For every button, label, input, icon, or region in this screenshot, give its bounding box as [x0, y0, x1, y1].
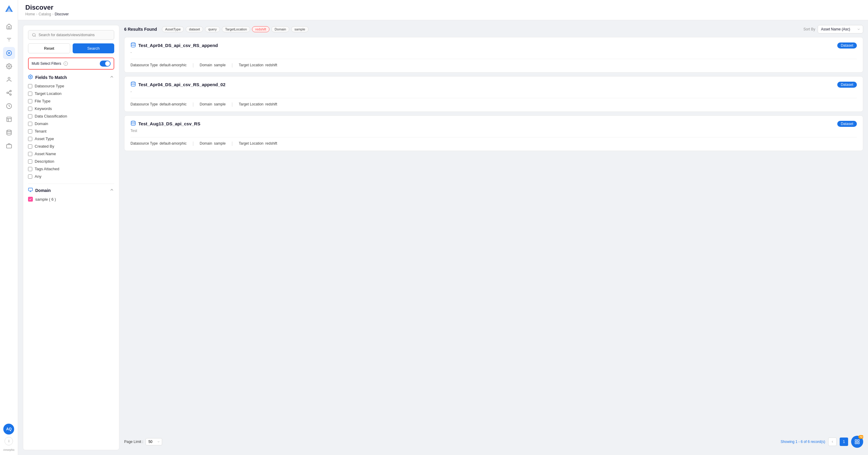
- card-3-meta: Datasource Type default-amorphic | Domai…: [130, 141, 857, 146]
- filter-tag-dataset[interactable]: dataset: [186, 26, 203, 32]
- notification-bubble[interactable]: 72: [851, 436, 863, 448]
- sidebar-user-icon[interactable]: [3, 73, 15, 86]
- brand-label: Amorphic: [3, 448, 14, 451]
- field-target-location: Target Location: [28, 91, 114, 96]
- card-1-meta: Datasource Type default-amorphic | Domai…: [130, 63, 857, 67]
- card-2-dataset-icon: [130, 82, 136, 88]
- field-any-checkbox[interactable]: [28, 174, 32, 179]
- sidebar-connections-icon[interactable]: [3, 87, 15, 99]
- card-3-datasource-key: Datasource Type: [130, 141, 158, 145]
- sidebar-discover-icon[interactable]: [3, 47, 15, 59]
- field-file-type-checkbox[interactable]: [28, 99, 32, 103]
- field-tenant-label: Tenant: [35, 129, 46, 133]
- svg-point-3: [6, 51, 11, 56]
- breadcrumb-home[interactable]: Home: [25, 12, 35, 16]
- field-tenant-checkbox[interactable]: [28, 129, 32, 133]
- card-3-sep-1: |: [193, 141, 194, 146]
- search-button[interactable]: Search: [73, 43, 114, 53]
- info-icon[interactable]: i: [4, 437, 13, 445]
- card-3-badge: Dataset: [837, 121, 857, 127]
- card-3-target-key: Target Location: [239, 141, 264, 145]
- filter-tag-query[interactable]: query: [205, 26, 220, 32]
- fields-checkbox-list: Datasource Type Target Location File Typ…: [28, 84, 114, 179]
- filter-tag-assettype[interactable]: AssetType: [162, 26, 184, 32]
- card-3-domain: Domain sample: [200, 141, 226, 145]
- breadcrumb-catalog[interactable]: Catalog: [38, 12, 51, 16]
- field-datasource-type: Datasource Type: [28, 84, 114, 88]
- card-1-title[interactable]: Test_Apr04_DS_api_csv_RS_append: [138, 43, 218, 48]
- filter-divider: [28, 184, 114, 184]
- card-1-target-location: Target Location redshift: [239, 63, 277, 67]
- multi-select-info-icon[interactable]: i: [64, 62, 68, 66]
- svg-line-11: [8, 91, 10, 92]
- field-domain: Domain: [28, 122, 114, 126]
- showing-text: Showing 1 - 6 of 6 record(s): [781, 440, 825, 444]
- svg-point-8: [7, 92, 8, 94]
- field-asset-type-checkbox[interactable]: [28, 137, 32, 141]
- field-domain-checkbox[interactable]: [28, 122, 32, 126]
- current-page-number: 1: [840, 437, 848, 446]
- card-2-datasource-key: Datasource Type: [130, 102, 158, 106]
- sidebar-history-icon[interactable]: [3, 100, 15, 112]
- field-any-label: Any: [35, 174, 41, 179]
- icon-sidebar: AQ i Amorphic: [0, 0, 18, 455]
- sidebar-reports-icon[interactable]: [3, 113, 15, 125]
- page-prev-button[interactable]: [828, 437, 837, 446]
- svg-point-26: [131, 121, 135, 123]
- field-tags-attached-checkbox[interactable]: [28, 167, 32, 171]
- page-limit-select[interactable]: 10 25 50 100: [146, 438, 162, 445]
- svg-rect-29: [855, 442, 857, 444]
- reset-button[interactable]: Reset: [28, 43, 70, 53]
- card-2-target-value: redshift: [265, 102, 277, 106]
- domain-section-header[interactable]: Domain: [28, 188, 114, 193]
- sidebar-filter-icon[interactable]: [3, 34, 15, 46]
- card-3-title[interactable]: Test_Aug13_DS_api_csv_RS: [138, 121, 200, 126]
- field-asset-name-checkbox[interactable]: [28, 152, 32, 156]
- svg-point-4: [8, 53, 10, 54]
- card-3-target-location: Target Location redshift: [239, 141, 277, 145]
- card-1-sep-1: |: [193, 63, 194, 67]
- filter-tag-targetlocation[interactable]: TargetLocation: [222, 26, 250, 32]
- logo[interactable]: [3, 4, 15, 16]
- field-target-location-checkbox[interactable]: [28, 92, 32, 96]
- card-2-title[interactable]: Test_Apr04_DS_api_csv_RS_append_02: [138, 82, 225, 87]
- filter-search-bar[interactable]: [28, 30, 114, 40]
- filter-tag-domain[interactable]: Domain: [271, 26, 289, 32]
- filter-search-input[interactable]: [38, 33, 110, 37]
- filter-tag-sample[interactable]: sample: [291, 26, 308, 32]
- sort-section: Sort By Asset Name (Asc) Asset Name (Des…: [804, 25, 863, 33]
- sidebar-data-icon[interactable]: [3, 127, 15, 139]
- domain-sample-item: sample ( 6 ): [28, 197, 114, 202]
- sidebar-settings-icon[interactable]: [3, 60, 15, 72]
- sidebar-home-icon[interactable]: [3, 21, 15, 33]
- filter-tag-redshift[interactable]: redshift: [252, 26, 270, 32]
- sidebar-storage-icon[interactable]: [3, 140, 15, 152]
- field-domain-label: Domain: [35, 122, 48, 126]
- top-header: Discover Home › Catalog › Discover: [18, 0, 868, 20]
- field-keywords-checkbox[interactable]: [28, 107, 32, 111]
- content-body: Reset Search Multi Select Filters i Fiel…: [18, 20, 868, 455]
- fields-chevron-icon: [110, 74, 114, 80]
- card-1-domain-value: sample: [214, 63, 226, 67]
- field-keywords-label: Keywords: [35, 106, 52, 111]
- field-created-by-label: Created By: [35, 144, 54, 149]
- field-description-checkbox[interactable]: [28, 159, 32, 164]
- svg-point-25: [131, 82, 135, 84]
- card-3-dataset-icon: [130, 121, 136, 127]
- field-target-location-label: Target Location: [35, 91, 61, 96]
- user-avatar[interactable]: AQ: [3, 424, 14, 434]
- fields-to-match-section-header[interactable]: Fields To Match: [28, 74, 114, 80]
- field-data-classification-checkbox[interactable]: [28, 114, 32, 119]
- card-1-header: Test_Apr04_DS_api_csv_RS_append Dataset: [130, 42, 857, 48]
- card-1-target-key: Target Location: [239, 63, 264, 67]
- field-datasource-type-checkbox[interactable]: [28, 84, 32, 88]
- field-any: Any: [28, 174, 114, 179]
- card-2-domain-value: sample: [214, 102, 226, 106]
- multi-select-toggle[interactable]: [100, 61, 111, 67]
- card-2-badge: Dataset: [837, 82, 857, 88]
- card-3-title-row: Test_Aug13_DS_api_csv_RS: [130, 121, 200, 127]
- sort-select[interactable]: Asset Name (Asc) Asset Name (Desc) Creat…: [818, 25, 863, 33]
- domain-sample-checkbox[interactable]: [28, 197, 33, 202]
- field-created-by-checkbox[interactable]: [28, 144, 32, 149]
- field-datasource-type-label: Datasource Type: [35, 84, 64, 88]
